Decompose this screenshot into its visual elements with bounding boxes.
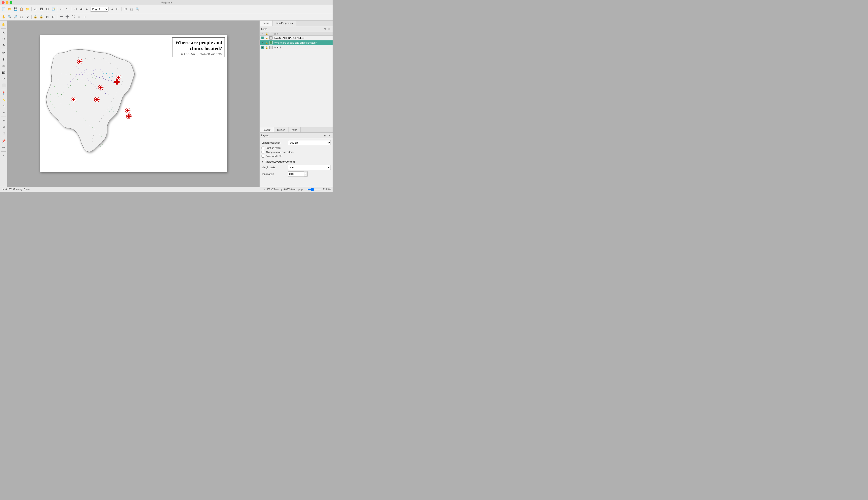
map-title-box[interactable]: Where are people and clinics located? RA… — [172, 37, 225, 57]
export-image-button[interactable]: 🖼 — [38, 7, 44, 12]
export-pdf-button[interactable]: 📑 — [50, 7, 56, 12]
zoom-slider[interactable] — [307, 188, 321, 191]
svg-point-21 — [66, 90, 66, 90]
add-scalebar-button[interactable]: 📏 — [1, 96, 7, 103]
save-world-file-checkbox[interactable] — [261, 155, 264, 158]
tab-item-properties[interactable]: Item Properties — [272, 21, 296, 26]
undo-button[interactable]: ↩ — [58, 7, 64, 12]
pan-button[interactable]: ✋ — [1, 14, 7, 20]
open-button[interactable]: 📂 — [7, 7, 12, 12]
zoom-out-button2[interactable]: ➖ — [58, 14, 64, 20]
minimize-button[interactable] — [6, 1, 9, 4]
tab-layout[interactable]: Layout — [260, 127, 274, 133]
add-legend-button[interactable]: 🗒 — [1, 103, 7, 109]
nav-back-button[interactable]: ⬅ — [84, 7, 90, 12]
pin-button[interactable]: 📌 — [1, 138, 7, 144]
zoom-tool-button[interactable]: 🔍 — [135, 7, 140, 12]
maximize-button[interactable] — [10, 1, 12, 4]
tab-guides[interactable]: Guides — [274, 127, 289, 133]
zoom-area-button[interactable]: 🔎 — [13, 14, 18, 20]
export-svg-button[interactable]: ⬡ — [45, 7, 50, 12]
svg-point-59 — [50, 98, 50, 98]
add-grid-button[interactable]: ⊞ — [1, 117, 7, 123]
svg-point-58 — [50, 101, 51, 102]
move-button[interactable]: ✥ — [1, 42, 7, 48]
nav-last-button[interactable]: ⏭ — [115, 7, 120, 12]
item-row-rajshahi[interactable]: 🔓 RAJSHAHI, BANGLADESH — [260, 36, 332, 41]
lock-items-button[interactable]: 🔒 — [33, 14, 38, 20]
export-resolution-select[interactable]: 300 dpi 150 dpi 96 dpi — [288, 140, 331, 145]
items-filter-button[interactable]: ⊞ — [323, 27, 327, 31]
node-edit-button[interactable]: ⬡ — [1, 36, 7, 42]
pan-tool-button[interactable]: ✋ — [1, 21, 7, 27]
add-map-button[interactable]: 🗺 — [1, 50, 7, 56]
svg-rect-216 — [72, 99, 75, 100]
page-selector[interactable]: Page 1 — [90, 7, 109, 12]
svg-point-103 — [67, 85, 68, 86]
canvas-area[interactable]: Where are people and clinics located? RA… — [7, 21, 259, 187]
item-row-map1[interactable]: 🔓 Map 1 — [260, 45, 332, 50]
select-region-button[interactable]: ⬚ — [19, 14, 24, 20]
top-margin-down-button[interactable]: ▼ — [304, 174, 307, 177]
new-button[interactable]: 📄 — [1, 7, 7, 12]
nav-first-button[interactable]: ⏮ — [72, 7, 78, 12]
align-button[interactable]: ≡ — [76, 14, 82, 20]
layout-close-btn[interactable]: ✕ — [327, 133, 331, 137]
refresh-button[interactable]: ↻ — [25, 14, 30, 20]
add-attribute-button[interactable]: ⊟ — [1, 124, 7, 130]
add-html-button[interactable]: </> — [1, 63, 7, 69]
window-controls[interactable] — [2, 1, 12, 4]
item-visible-1[interactable] — [261, 36, 264, 39]
svg-point-35 — [88, 123, 88, 123]
second-toolbar: ✋ 🔍 🔎 ⬚ ↻ 🔒 🔓 ⊠ ⊡ ➖ ➕ ⛶ ≡ ⫿ — [0, 13, 332, 21]
svg-point-41 — [101, 137, 102, 137]
distribute-button[interactable]: ⫿ — [82, 14, 88, 20]
add-north-arrow-button[interactable]: ⊕ — [1, 109, 7, 115]
zoom-in-button2[interactable]: ➕ — [65, 14, 70, 20]
items-close-button[interactable]: ✕ — [327, 27, 331, 31]
svg-point-73 — [109, 80, 109, 81]
add-shape-button[interactable]: ⬜ — [1, 82, 7, 88]
item-visible-3[interactable] — [261, 46, 264, 49]
top-margin-spin[interactable]: ▲ ▼ — [304, 171, 308, 177]
ungroup-button[interactable]: ⊡ — [50, 14, 56, 20]
group-button[interactable]: ⊠ — [45, 14, 50, 20]
tab-atlas[interactable]: Atlas — [289, 127, 301, 133]
top-margin-up-button[interactable]: ▲ — [304, 171, 307, 174]
nav-next-button[interactable]: ➡ — [109, 7, 114, 12]
fit-full-button[interactable]: ⊞ — [123, 7, 128, 12]
resize-section-header[interactable]: ▼ Resize Layout to Content — [261, 159, 331, 164]
item-visible-2[interactable] — [261, 41, 264, 44]
tab-items[interactable]: Items — [260, 21, 272, 26]
layout-filter-btn[interactable]: ⊞ — [323, 133, 327, 137]
svg-point-110 — [88, 60, 88, 60]
redo-button[interactable]: ↪ — [65, 7, 70, 12]
fit-width-button[interactable]: ⬚ — [129, 7, 134, 12]
zoom-in-button[interactable]: 🔍 — [7, 14, 12, 20]
open-folder-button[interactable]: 📁 — [25, 7, 30, 12]
add-label-button[interactable]: T — [1, 57, 7, 62]
add-arrow-button[interactable]: ↗ — [1, 76, 7, 82]
always-export-vectors-checkbox[interactable] — [261, 151, 264, 154]
edit-map-button[interactable]: ✏ — [1, 145, 7, 150]
print-as-raster-checkbox[interactable] — [261, 147, 264, 149]
margin-units-select[interactable]: mm cm in px — [288, 165, 331, 170]
print-button[interactable]: 🖨 — [33, 7, 38, 12]
add-marker-button[interactable]: 📍 — [1, 90, 7, 96]
unlock-items-button[interactable]: 🔓 — [38, 14, 44, 20]
select-tool-button[interactable]: ↖ — [1, 30, 7, 35]
code-view-button[interactable]: ⌥ — [1, 152, 7, 158]
add-image-button[interactable]: 🖼 — [1, 69, 7, 75]
item-row-title[interactable]: 🔓 Where are people and clinics located? — [260, 41, 332, 45]
nav-prev-button[interactable]: ◀ — [78, 7, 84, 12]
close-button[interactable] — [2, 1, 4, 4]
svg-point-139 — [105, 113, 105, 113]
svg-point-101 — [70, 81, 71, 82]
top-margin-input[interactable] — [288, 171, 304, 177]
save-as-button[interactable]: 📋 — [19, 7, 24, 12]
fit-page-button[interactable]: ⛶ — [70, 14, 76, 20]
item-color-3 — [269, 46, 272, 49]
svg-point-90 — [107, 92, 108, 92]
select-items-button[interactable]: ⬚ — [1, 130, 7, 136]
save-button[interactable]: 💾 — [13, 7, 18, 12]
